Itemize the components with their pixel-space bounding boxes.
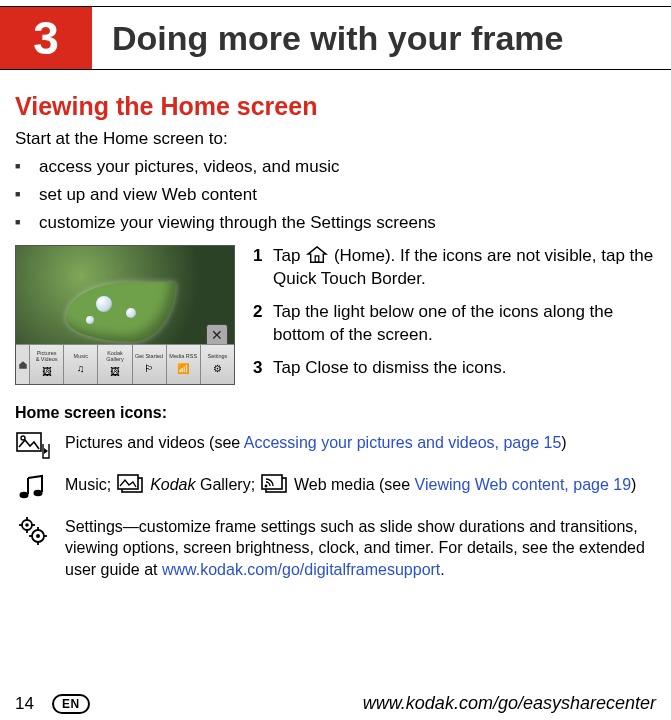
thumbnail-tile-pictures: Pictures & Videos 🖼 (30, 345, 64, 384)
thumbnail-close-button: ✕ (206, 324, 228, 346)
gallery-icon (116, 474, 146, 496)
chapter-number: 3 (0, 7, 92, 69)
icon-row-music: Music; Kodak Gallery; Web media (see Vie… (15, 474, 656, 502)
web-media-icon (260, 474, 290, 496)
text-part: . (440, 561, 444, 578)
step-item: 3 Tap Close to dismiss the icons. (253, 357, 656, 380)
step-number: 2 (253, 301, 273, 347)
step-text: Tap Close to dismiss the icons. (273, 357, 656, 380)
music-description: Music; Kodak Gallery; Web media (see Vie… (65, 474, 656, 496)
step-text-part: (Home). If the icons are not visible, ta… (273, 246, 653, 288)
svg-point-5 (34, 489, 43, 495)
bullet-item: customize your viewing through the Setti… (15, 213, 656, 233)
icon-row-pictures: Pictures and videos (see Accessing your … (15, 432, 656, 460)
step-item: 2 Tap the light below one of the icons a… (253, 301, 656, 347)
step-number: 1 (253, 245, 273, 291)
bullet-item: set up and view Web content (15, 185, 656, 205)
intro-text: Start at the Home screen to: (15, 129, 656, 149)
section-title: Viewing the Home screen (15, 92, 656, 121)
page-footer: 14 EN www.kodak.com/go/easysharecenter (0, 693, 671, 714)
home-screen-thumbnail: ✕ Pictures & Videos 🖼 Music ♫ Kodak Gall… (15, 245, 235, 385)
step-text: Tap the light below one of the icons alo… (273, 301, 656, 347)
thumbnail-tile-label: Kodak Gallery (106, 351, 123, 363)
home-screen-icons-heading: Home screen icons: (15, 404, 656, 422)
text-part: Web media (see (290, 476, 415, 493)
text-part: Gallery; (196, 476, 260, 493)
step-text: Tap (Home). If the icons are not visible… (273, 245, 656, 291)
pictures-videos-icon (15, 432, 51, 460)
pictures-description: Pictures and videos (see Accessing your … (65, 432, 656, 454)
subhead-text: Home screen icons: (15, 404, 167, 421)
step-text-part: Tap (273, 246, 305, 265)
svg-rect-1 (17, 433, 41, 451)
svg-rect-7 (118, 475, 138, 489)
thumbnail-tile-music: Music ♫ (64, 345, 98, 384)
link-digital-frame-support[interactable]: www.kodak.com/go/digitalframesupport (162, 561, 440, 578)
svg-point-10 (264, 484, 267, 487)
chapter-header: 3 Doing more with your frame (0, 6, 671, 70)
step-item: 1 Tap (Home). If the icons are not visib… (253, 245, 656, 291)
settings-icon (15, 516, 51, 546)
svg-point-12 (25, 523, 29, 527)
thumbnail-icon-bar: Pictures & Videos 🖼 Music ♫ Kodak Galler… (16, 344, 234, 384)
language-badge: EN (52, 694, 90, 714)
thumbnail-tile-label: Pictures & Videos (36, 351, 58, 363)
thumbnail-tile-getstarted: Get Started 🏳 (133, 345, 167, 384)
step-number: 3 (253, 357, 273, 380)
thumbnail-tile-label: Music (74, 354, 88, 360)
thumbnail-photo (16, 246, 234, 346)
settings-description: Settings—customize frame settings such a… (65, 516, 656, 581)
link-viewing-web-content[interactable]: Viewing Web content, page 19 (415, 476, 631, 493)
thumbnail-tile-settings: Settings ⚙ (201, 345, 234, 384)
text-part: ) (561, 434, 566, 451)
icon-row-settings: Settings—customize frame settings such a… (15, 516, 656, 581)
thumbnail-tile-label: Settings (208, 354, 228, 360)
text-part: ) (631, 476, 636, 493)
steps-list: 1 Tap (Home). If the icons are not visib… (253, 245, 656, 390)
bullet-item: access your pictures, videos, and music (15, 157, 656, 177)
thumbnail-tile-label: Media RSS (169, 354, 197, 360)
svg-point-4 (20, 491, 29, 497)
svg-rect-0 (315, 256, 319, 262)
text-part: Pictures and videos (see (65, 434, 244, 451)
svg-point-18 (36, 534, 40, 538)
footer-url[interactable]: www.kodak.com/go/easysharecenter (363, 693, 656, 714)
thumbnail-tile-mediarss: Media RSS 📶 (167, 345, 201, 384)
thumbnail-tile-gallery: Kodak Gallery 🖼 (98, 345, 132, 384)
thumbnail-tile-label: Get Started (135, 354, 163, 360)
chapter-title: Doing more with your frame (92, 7, 671, 69)
text-part: Music; (65, 476, 116, 493)
thumbnail-home-tab (16, 345, 30, 384)
music-icon (15, 474, 51, 502)
page-number: 14 (15, 694, 34, 714)
svg-marker-3 (44, 448, 48, 454)
intro-bullet-list: access your pictures, videos, and music … (15, 157, 656, 233)
text-part-italic: Kodak (150, 476, 195, 493)
link-accessing-pictures[interactable]: Accessing your pictures and videos, page… (244, 434, 562, 451)
home-icon (305, 246, 329, 264)
svg-point-2 (21, 436, 25, 440)
